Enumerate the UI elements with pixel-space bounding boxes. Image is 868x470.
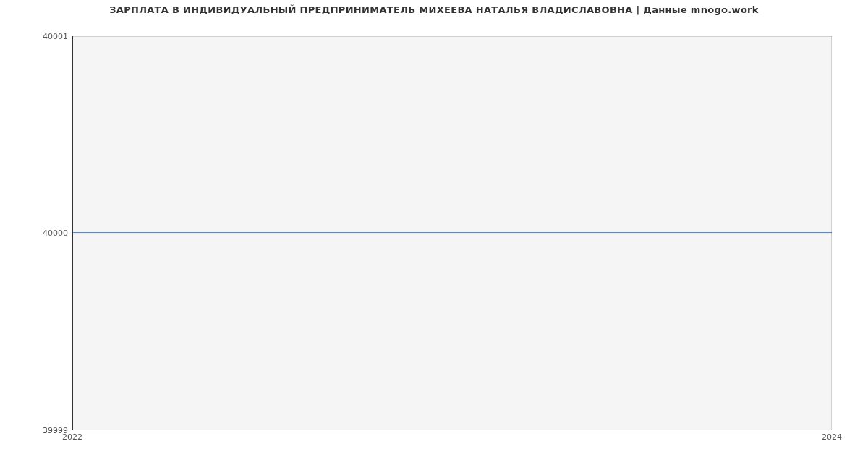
data-line — [73, 232, 832, 233]
chart-title: ЗАРПЛАТА В ИНДИВИДУАЛЬНЫЙ ПРЕДПРИНИМАТЕЛ… — [0, 4, 868, 15]
ytick-mid: 40000 — [25, 228, 68, 238]
line-chart: ЗАРПЛАТА В ИНДИВИДУАЛЬНЫЙ ПРЕДПРИНИМАТЕЛ… — [0, 0, 868, 470]
xtick-right: 2024 — [822, 432, 842, 442]
ytick-top: 40001 — [25, 32, 68, 41]
ytick-bottom: 39999 — [25, 426, 68, 435]
xtick-left: 2022 — [62, 432, 82, 442]
plot-area — [72, 36, 832, 430]
